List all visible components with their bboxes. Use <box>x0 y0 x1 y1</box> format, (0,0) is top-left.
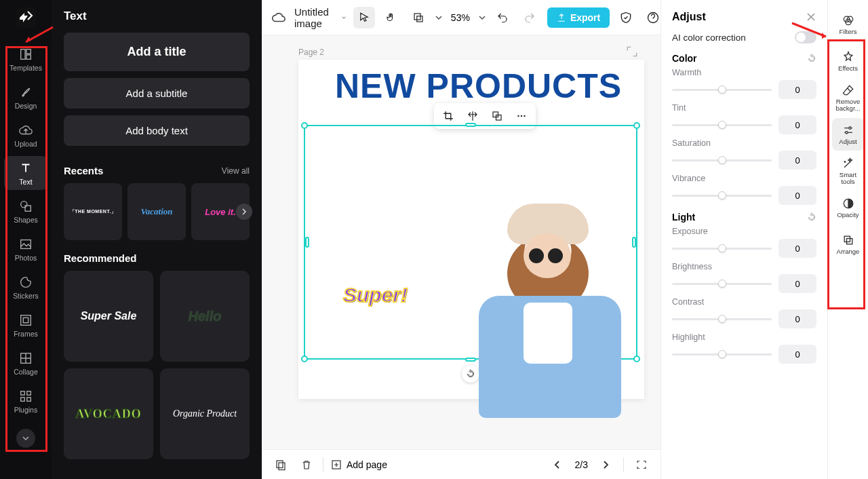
warmth-slider[interactable] <box>672 89 772 91</box>
rail-item-shapes[interactable]: Shapes <box>4 194 47 228</box>
recommended-text-card[interactable]: Super Sale <box>64 271 153 362</box>
contrast-slider[interactable] <box>672 318 772 320</box>
prev-page-button[interactable] <box>548 455 567 474</box>
delete-page-button[interactable] <box>297 455 316 474</box>
cloud-sync-icon[interactable] <box>271 10 286 25</box>
svg-rect-33 <box>846 239 852 244</box>
add-page-label: Add page <box>347 459 387 470</box>
svg-rect-10 <box>21 391 25 395</box>
canvas-area[interactable]: Page 2 NEW PRODUCTS <box>262 35 660 449</box>
right-rail-adjust[interactable]: Adjust <box>832 118 865 151</box>
svg-rect-11 <box>27 391 31 395</box>
panel-title: Text <box>64 9 250 23</box>
rail-item-stickers[interactable]: Stickers <box>4 270 47 304</box>
resize-handle[interactable] <box>301 356 308 362</box>
resize-tool[interactable] <box>408 7 429 28</box>
resize-handle[interactable] <box>465 123 476 127</box>
zoom-value[interactable]: 53% <box>448 12 473 23</box>
add-title-button[interactable]: Add a title <box>64 33 250 71</box>
view-all-link[interactable]: View all <box>222 166 250 176</box>
add-page-button[interactable]: Add page <box>330 459 387 471</box>
next-page-button[interactable] <box>596 455 615 474</box>
rail-item-photos[interactable]: Photos <box>4 232 47 266</box>
collage-icon <box>18 351 33 366</box>
rail-item-label: Photos <box>15 254 37 262</box>
svg-point-30 <box>845 132 847 134</box>
recent-text-card[interactable]: Vacation <box>127 183 186 240</box>
slider-value[interactable]: 0 <box>778 345 816 364</box>
cursor-tool[interactable] <box>353 7 375 28</box>
resize-handle[interactable] <box>305 237 309 248</box>
rail-item-label: Upload <box>14 140 37 148</box>
hand-tool[interactable] <box>380 7 402 28</box>
add-subtitle-button[interactable]: Add a subtitle <box>64 78 250 109</box>
rail-item-design[interactable]: Design <box>4 80 47 114</box>
svg-rect-12 <box>21 397 25 401</box>
rail-item-templates[interactable]: Templates <box>4 42 47 76</box>
shield-button[interactable] <box>615 7 637 28</box>
highlight-slider[interactable] <box>672 353 772 356</box>
text-icon <box>18 161 33 176</box>
chevron-down-icon[interactable] <box>341 13 347 22</box>
tint-slider[interactable] <box>672 124 772 126</box>
svg-point-29 <box>848 127 850 129</box>
right-rail-filters[interactable]: Filters <box>832 8 865 41</box>
slider-value[interactable]: 0 <box>778 309 816 328</box>
export-label: Export <box>570 12 600 23</box>
recommended-text-card[interactable]: Hello <box>160 271 250 362</box>
svg-rect-8 <box>23 318 28 322</box>
exposure-slider[interactable] <box>672 248 772 250</box>
reset-button[interactable] <box>807 54 816 63</box>
add-body-button[interactable]: Add body text <box>64 115 250 146</box>
crop-button[interactable] <box>439 107 457 125</box>
canvas-page[interactable]: NEW PRODUCTS <box>298 60 644 399</box>
chevron-down-icon[interactable] <box>435 14 443 22</box>
canvas-overlay-text[interactable]: Super! <box>343 284 408 307</box>
chevron-down-icon[interactable] <box>478 14 486 22</box>
recent-text-card[interactable]: 「THE MOMENT.」 <box>64 183 122 240</box>
right-rail-arrange[interactable]: Arrange <box>832 228 865 261</box>
slider-value[interactable]: 0 <box>778 115 816 134</box>
slider-value[interactable]: 0 <box>778 80 816 99</box>
slider-value[interactable]: 0 <box>778 274 816 293</box>
right-rail-opacity[interactable]: Opacity <box>832 191 865 224</box>
resize-handle[interactable] <box>633 122 640 129</box>
canvas-image[interactable] <box>427 201 637 425</box>
rail-item-collage[interactable]: Collage <box>4 346 47 380</box>
export-button[interactable]: Export <box>547 7 610 28</box>
rail-more-button[interactable] <box>16 429 35 448</box>
selection-box[interactable] <box>304 125 637 360</box>
rail-item-label: Collage <box>14 368 38 376</box>
canvas-headline[interactable]: NEW PRODUCTS <box>335 66 622 106</box>
rail-item-frames[interactable]: Frames <box>4 308 47 342</box>
right-rail-effects[interactable]: Effects <box>832 45 865 77</box>
recents-next-button[interactable] <box>236 204 252 220</box>
pages-grid-button[interactable] <box>632 455 651 474</box>
vibrance-slider[interactable] <box>672 195 772 197</box>
rail-item-text[interactable]: Text <box>4 156 47 190</box>
slider-value[interactable]: 0 <box>778 151 816 170</box>
rail-item-label: Plugins <box>14 406 37 414</box>
duplicate-page-button[interactable] <box>271 455 290 474</box>
reset-button[interactable] <box>807 212 816 222</box>
slider-value[interactable]: 0 <box>778 186 816 205</box>
project-name[interactable]: Untitled image <box>294 6 333 29</box>
right-rail-label: Filters <box>840 28 857 35</box>
right-rail-remove-backgr-[interactable]: Remove backgr... <box>832 81 865 114</box>
recent-text-label: 「THE MOMENT.」 <box>70 208 117 215</box>
rail-item-plugins[interactable]: Plugins <box>4 384 47 418</box>
redo-button[interactable] <box>519 7 540 28</box>
resize-handle[interactable] <box>301 122 308 129</box>
rail-item-upload[interactable]: Upload <box>4 118 47 152</box>
saturation-slider[interactable] <box>672 159 772 161</box>
rail-item-label: Shapes <box>14 216 38 224</box>
layer-button[interactable] <box>488 107 506 125</box>
undo-button[interactable] <box>492 7 513 28</box>
slider-value[interactable]: 0 <box>778 239 816 258</box>
recommended-text-card[interactable]: Organic Product <box>160 368 250 459</box>
expand-page-button[interactable] <box>625 45 640 60</box>
right-rail-smart-tools[interactable]: Smart tools <box>832 155 865 187</box>
more-button[interactable] <box>513 107 530 125</box>
brightness-slider[interactable] <box>672 283 772 285</box>
recommended-text-card[interactable]: AVOCADO <box>64 368 153 459</box>
